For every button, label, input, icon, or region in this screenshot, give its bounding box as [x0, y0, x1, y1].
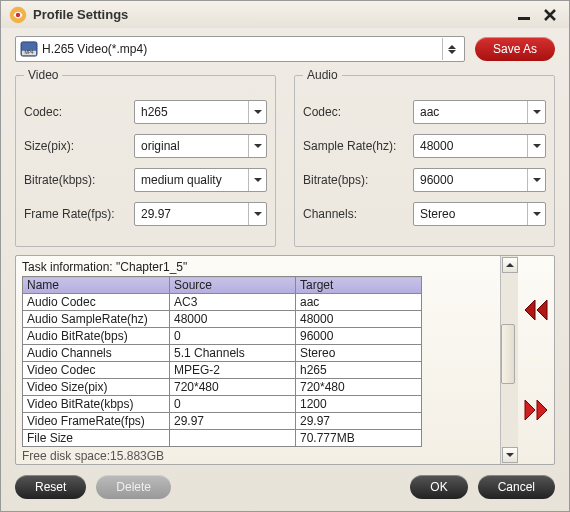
profile-dropdown-button[interactable] — [442, 38, 460, 60]
video-bitrate-select[interactable]: medium quality — [134, 168, 267, 192]
chevron-up-icon — [506, 263, 514, 267]
task-info-area: Task information: "Chapter1_5" Name Sour… — [15, 255, 555, 465]
table-cell: 29.97 — [170, 413, 296, 430]
free-disk-space: Free disk space:15.883GB — [22, 449, 498, 463]
video-fps-label: Frame Rate(fps): — [24, 207, 134, 221]
scroll-up-button[interactable] — [502, 257, 518, 273]
table-cell: 96000 — [296, 328, 422, 345]
table-row: Video FrameRate(fps)29.9729.97 — [23, 413, 422, 430]
audio-channels-label: Channels: — [303, 207, 413, 221]
vertical-scrollbar[interactable] — [500, 256, 518, 464]
scrollbar-thumb[interactable] — [501, 324, 515, 384]
task-info-title: Task information: "Chapter1_5" — [22, 260, 498, 274]
profile-text: H.265 Video(*.mp4) — [42, 42, 442, 56]
task-info-inner: Task information: "Chapter1_5" Name Sour… — [16, 256, 500, 464]
audio-bitrate-select[interactable]: 96000 — [413, 168, 546, 192]
table-cell: Audio BitRate(bps) — [23, 328, 170, 345]
table-cell: Audio Codec — [23, 294, 170, 311]
audio-channels-select[interactable]: Stereo — [413, 202, 546, 226]
table-cell: AC3 — [170, 294, 296, 311]
minimize-icon — [517, 8, 531, 22]
video-size-label: Size(pix): — [24, 139, 134, 153]
profile-select[interactable]: MP4 H.265 Video(*.mp4) — [15, 36, 465, 62]
video-size-select[interactable]: original — [134, 134, 267, 158]
close-icon — [544, 9, 556, 21]
video-bitrate-label: Bitrate(kbps): — [24, 173, 134, 187]
chevron-down-icon — [254, 178, 262, 182]
audio-legend: Audio — [303, 68, 342, 82]
table-cell: 0 — [170, 328, 296, 345]
table-cell: 48000 — [296, 311, 422, 328]
table-row: Audio Channels5.1 ChannelsStereo — [23, 345, 422, 362]
video-codec-label: Codec: — [24, 105, 134, 119]
audio-sr-select[interactable]: 48000 — [413, 134, 546, 158]
audio-codec-label: Codec: — [303, 105, 413, 119]
video-panel: Video Codec: h265 Size(pix): original Bi… — [15, 68, 276, 247]
table-row: Video Size(pix)720*480720*480 — [23, 379, 422, 396]
cancel-button[interactable]: Cancel — [478, 475, 555, 499]
save-as-button[interactable]: Save As — [475, 37, 555, 61]
titlebar: Profile Settings — [1, 1, 569, 28]
chevron-down-icon — [533, 110, 541, 114]
table-cell: Audio SampleRate(hz) — [23, 311, 170, 328]
chevron-down-icon — [506, 453, 514, 457]
table-row: File Size70.777MB — [23, 430, 422, 447]
prev-task-button[interactable] — [522, 298, 550, 322]
task-info-table: Name Source Target Audio CodecAC3aacAudi… — [22, 276, 422, 447]
table-row: Audio BitRate(bps)096000 — [23, 328, 422, 345]
next-task-button[interactable] — [522, 398, 550, 422]
task-nav-arrows — [518, 256, 554, 464]
settings-panels: Video Codec: h265 Size(pix): original Bi… — [1, 66, 569, 247]
table-row: Video CodecMPEG-2h265 — [23, 362, 422, 379]
table-cell: Video Codec — [23, 362, 170, 379]
col-source: Source — [170, 277, 296, 294]
col-target: Target — [296, 277, 422, 294]
app-icon — [9, 6, 27, 24]
table-cell: Video FrameRate(fps) — [23, 413, 170, 430]
mp4-icon: MP4 — [20, 41, 38, 57]
table-row: Audio SampleRate(hz)4800048000 — [23, 311, 422, 328]
profile-settings-window: Profile Settings MP4 H.265 Video(*.mp4) … — [0, 0, 570, 512]
video-codec-select[interactable]: h265 — [134, 100, 267, 124]
scroll-down-button[interactable] — [502, 447, 518, 463]
audio-sr-label: Sample Rate(hz): — [303, 139, 413, 153]
table-cell: File Size — [23, 430, 170, 447]
minimize-button[interactable] — [513, 6, 535, 24]
audio-panel: Audio Codec: aac Sample Rate(hz): 48000 … — [294, 68, 555, 247]
svg-text:MP4: MP4 — [24, 51, 34, 56]
reset-button[interactable]: Reset — [15, 475, 86, 499]
chevron-down-icon — [254, 212, 262, 216]
chevron-down-icon — [448, 50, 456, 54]
table-cell — [170, 430, 296, 447]
topbar: MP4 H.265 Video(*.mp4) Save As — [1, 28, 569, 66]
table-cell: 0 — [170, 396, 296, 413]
chevron-down-icon — [254, 110, 262, 114]
table-cell: aac — [296, 294, 422, 311]
ok-button[interactable]: OK — [410, 475, 467, 499]
close-button[interactable] — [539, 6, 561, 24]
col-name: Name — [23, 277, 170, 294]
table-cell: 48000 — [170, 311, 296, 328]
video-fps-select[interactable]: 29.97 — [134, 202, 267, 226]
chevron-up-icon — [448, 45, 456, 49]
table-cell: h265 — [296, 362, 422, 379]
svg-rect-2 — [518, 17, 530, 20]
table-cell: 29.97 — [296, 413, 422, 430]
table-cell: MPEG-2 — [170, 362, 296, 379]
table-cell: Video BitRate(kbps) — [23, 396, 170, 413]
table-cell: 5.1 Channels — [170, 345, 296, 362]
table-row: Audio CodecAC3aac — [23, 294, 422, 311]
chevron-down-icon — [533, 212, 541, 216]
table-cell: 70.777MB — [296, 430, 422, 447]
table-cell: 720*480 — [296, 379, 422, 396]
chevron-down-icon — [533, 144, 541, 148]
button-bar: Reset Delete OK Cancel — [1, 465, 569, 511]
svg-point-1 — [16, 12, 21, 17]
audio-codec-select[interactable]: aac — [413, 100, 546, 124]
video-legend: Video — [24, 68, 62, 82]
table-cell: Audio Channels — [23, 345, 170, 362]
chevron-down-icon — [533, 178, 541, 182]
table-cell: 720*480 — [170, 379, 296, 396]
table-cell: Video Size(pix) — [23, 379, 170, 396]
table-row: Video BitRate(kbps)01200 — [23, 396, 422, 413]
